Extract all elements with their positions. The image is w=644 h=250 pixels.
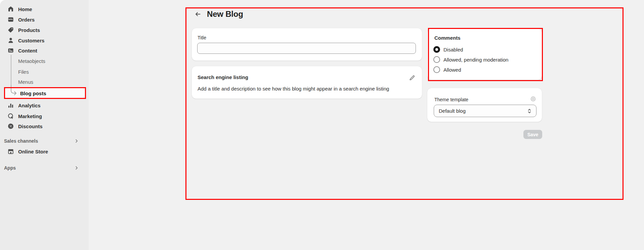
section-label: Sales channels (4, 138, 38, 144)
seo-card-description: Add a title and description to see how t… (198, 86, 389, 92)
title-card: Title (192, 28, 422, 61)
sidebar-item-files[interactable]: Files (3, 67, 86, 77)
sidebar-item-products[interactable]: Products (3, 25, 86, 35)
online-store-icon (7, 148, 14, 155)
marketing-icon (7, 113, 14, 119)
sidebar-item-label: Products (18, 27, 40, 33)
app-frame: Home Orders Products Customers Content (0, 0, 644, 250)
chevron-right-icon (74, 165, 79, 172)
radio-option-label: Allowed (443, 67, 461, 73)
edit-seo-button[interactable] (407, 73, 417, 82)
orders-icon (7, 16, 14, 23)
sidebar-item-analytics[interactable]: Analytics (3, 100, 86, 110)
radio-icon[interactable] (433, 56, 440, 63)
branch-arrow-icon (10, 85, 18, 98)
sidebar-item-label: Marketing (18, 113, 42, 119)
sidebar-item-marketing[interactable]: Marketing (3, 111, 86, 121)
select-chevrons-icon (526, 108, 533, 116)
eye-icon[interactable] (528, 94, 538, 104)
content-icon (7, 47, 14, 54)
seo-card-title: Search engine listing (198, 74, 248, 80)
page-title: New Blog (207, 9, 243, 19)
radio-option-disabled[interactable]: Disabled (433, 45, 463, 53)
sidebar-item-online-store[interactable]: Online Store (3, 146, 86, 156)
comments-card: Comments Disabled Allowed, pending moder… (427, 29, 542, 80)
sidebar-item-label: Menus (18, 79, 33, 85)
radio-icon[interactable] (433, 66, 440, 73)
sidebar-item-label: Orders (18, 17, 35, 23)
sidebar-section-apps[interactable]: Apps (4, 164, 85, 172)
radio-option-label: Disabled (443, 47, 463, 52)
sidebar-item-label: Metaobjects (18, 58, 45, 64)
sidebar-item-label: Analytics (18, 103, 41, 108)
sidebar-item-label: Customers (18, 38, 44, 43)
seo-card: Search engine listing Add a title and de… (192, 66, 422, 99)
sidebar-item-label: Online Store (18, 149, 48, 154)
sidebar-item-home[interactable]: Home (3, 4, 86, 14)
save-button[interactable]: Save (523, 130, 542, 139)
analytics-icon (7, 102, 14, 109)
sidebar-item-label: Blog posts (20, 91, 46, 96)
sidebar-item-label: Content (18, 48, 37, 53)
comments-card-title: Comments (434, 35, 461, 41)
sidebar-item-content[interactable]: Content (3, 45, 86, 56)
main-content: New Blog Title Search engine listing Add… (89, 0, 644, 250)
sidebar-item-discounts[interactable]: Discounts (3, 121, 86, 131)
radio-icon[interactable] (433, 46, 440, 53)
radio-option-allowed[interactable]: Allowed (433, 66, 461, 74)
products-icon (7, 27, 14, 33)
customers-icon (7, 37, 14, 44)
discounts-icon (7, 123, 14, 130)
sidebar-item-metaobjects[interactable]: Metaobjects (3, 56, 86, 66)
title-field-label: Title (198, 35, 206, 40)
back-button[interactable] (193, 9, 203, 19)
sidebar-section-sales-channels[interactable]: Sales channels (4, 137, 85, 145)
theme-template-select[interactable]: Default blog (434, 105, 536, 117)
sidebar-item-customers[interactable]: Customers (3, 35, 86, 45)
title-input[interactable] (197, 43, 416, 54)
theme-template-label: Theme template (434, 97, 468, 102)
home-icon (7, 6, 14, 12)
sidebar-item-label: Home (18, 6, 32, 12)
section-label: Apps (4, 165, 16, 171)
radio-option-label: Allowed, pending moderation (443, 57, 508, 63)
sidebar-item-label: Files (18, 69, 29, 75)
theme-template-card: Theme template Default blog (427, 88, 542, 122)
sidebar-item-orders[interactable]: Orders (3, 14, 86, 25)
sidebar: Home Orders Products Customers Content (0, 0, 89, 250)
chevron-right-icon (74, 138, 79, 145)
sidebar-item-label: Discounts (18, 123, 43, 129)
page-header: New Blog (193, 9, 243, 19)
select-value: Default blog (439, 108, 466, 114)
radio-option-allowed-pending[interactable]: Allowed, pending moderation (433, 56, 508, 64)
